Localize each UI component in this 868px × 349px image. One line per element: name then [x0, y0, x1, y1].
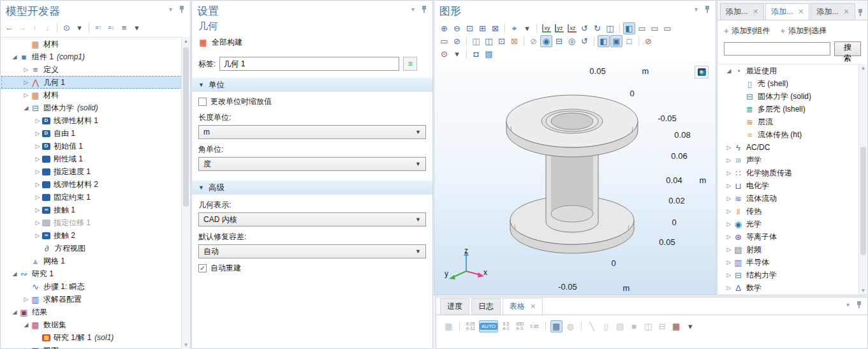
tree-item[interactable]: ▷ϟAC/DC [718, 141, 859, 154]
wireframe-button[interactable]: ▭ [438, 35, 450, 47]
tree-item[interactable]: ∿步骤 1: 瞬态 [1, 280, 182, 293]
model-builder-scrollbar[interactable]: ▲ ▼ [181, 37, 189, 349]
tree-item[interactable]: ▷▤射频 [718, 243, 859, 256]
forward-button[interactable]: → [16, 22, 28, 34]
tab-add-material[interactable]: 添加... ✕ [720, 3, 764, 20]
tree-item[interactable]: ◢∾研究 1 [1, 267, 182, 280]
tab-progress[interactable]: 进度 [440, 298, 469, 315]
repair-tolerance-select[interactable]: 自动 ▼ [198, 244, 426, 258]
tree-item[interactable]: ⊟固体力学 (solid) [718, 90, 859, 103]
tree-item[interactable]: ◢◔最近使用 [718, 64, 859, 77]
expand-arrow-icon[interactable]: ▷ [22, 79, 31, 85]
tree-item[interactable]: ◢⊟固体力学(solid) [1, 101, 182, 114]
snapshot-button[interactable]: ◫ [470, 35, 482, 47]
expand-arrow-icon[interactable]: ▷ [725, 272, 733, 278]
tree-item[interactable]: ▷固定约束 1 [1, 191, 182, 204]
expand-arrow-icon[interactable]: ▷ [725, 246, 733, 253]
expand-arrow-icon[interactable]: ▷ [33, 194, 42, 200]
expand-arrow-icon[interactable]: ▷ [33, 219, 42, 226]
label-input[interactable] [219, 57, 399, 71]
add-to-component-button[interactable]: + 添加到组件 [724, 26, 770, 36]
rotate-ccw-button[interactable]: ↺ [578, 22, 591, 34]
tree-item[interactable]: ▦材料 [1, 38, 182, 50]
plot-table-button[interactable]: ▦ [670, 320, 682, 332]
tree-item[interactable]: ▷◉光学 [718, 218, 859, 230]
view-xz-button[interactable]: xz [566, 22, 578, 34]
section-header-advanced[interactable]: ▼ 高级 [192, 180, 432, 195]
close-tab-icon[interactable]: ✕ [798, 8, 804, 16]
view-preset-3-button[interactable]: ▭ [661, 22, 673, 34]
rotate-cw-button[interactable]: ↻ [591, 22, 603, 34]
menu-caret-button[interactable]: ▾ [73, 22, 85, 34]
angle-unit-select[interactable]: 度 ▼ [198, 157, 426, 171]
tree-item[interactable]: ▯壳 (shell) [718, 77, 859, 90]
tree-item[interactable]: ◢▣结果 [1, 306, 182, 318]
expand-arrow-icon[interactable]: ▷ [725, 221, 733, 227]
physics-search-input[interactable] [724, 42, 830, 56]
tree-item[interactable]: ▷Δ数学 [718, 281, 859, 294]
tree-item[interactable]: ▷∫∫传热 [718, 205, 859, 218]
collapse-arrow-icon[interactable]: ◢ [10, 271, 19, 277]
expand-arrow-icon[interactable]: ▷ [22, 296, 31, 302]
close-tab-icon[interactable]: ✕ [753, 8, 758, 16]
tree-item[interactable]: ▷刚性域 1 [1, 152, 182, 165]
screenshot-button[interactable]: ◘ [470, 48, 482, 60]
collapse-all-button[interactable]: ≡↑ [92, 22, 105, 34]
tree-item[interactable]: ≈流体传热 (ht) [718, 128, 859, 141]
view-yz-button[interactable]: yz [553, 22, 565, 34]
build-all-button[interactable]: ▦ 全部构建 [192, 35, 432, 52]
expand-arrow-icon[interactable]: ▷ [725, 170, 733, 176]
tree-item[interactable]: ▷⊟结构力学 [718, 269, 859, 281]
tree-item[interactable]: ▷▥求解器配置 [1, 293, 182, 306]
section-header-units[interactable]: ▼ 单位 [192, 77, 432, 92]
outline-button[interactable]: ▣ [610, 35, 622, 47]
panel-menu-icon[interactable]: ▾ [169, 6, 172, 13]
tree-item[interactable]: ≣多层壳 (lshell) [718, 103, 859, 115]
tree-item[interactable]: ▷⊛等离子体 [718, 230, 859, 243]
tree-item[interactable]: ▷∷化学物质传递 [718, 167, 859, 179]
expand-arrow-icon[interactable]: ▷ [33, 168, 42, 175]
close-tab-icon[interactable]: ✕ [530, 302, 536, 311]
menu-caret-button[interactable]: ▾ [131, 22, 143, 34]
tree-item[interactable]: ▷∞接触 2 [1, 229, 182, 242]
tree-item[interactable]: ▷D自由 1 [1, 127, 182, 140]
view-xy-button[interactable]: xy [540, 22, 552, 34]
tree-item[interactable]: ▷)))声学 [718, 154, 859, 167]
tab-table[interactable]: 表格 ✕ [503, 298, 543, 315]
show-selected-button[interactable]: ◉ [540, 35, 552, 47]
pin-icon[interactable] [421, 6, 427, 13]
expand-arrow-icon[interactable]: ▷ [33, 232, 42, 239]
movie-button[interactable]: ◫ [604, 22, 616, 34]
tree-item[interactable]: ▷≡定义 [1, 63, 182, 76]
close-tab-icon[interactable]: ✕ [843, 8, 849, 16]
tree-item[interactable]: ∂方程视图 [1, 242, 182, 255]
collapse-arrow-icon[interactable]: ◢ [10, 54, 19, 60]
tree-item[interactable]: ▷⊔电化学 [718, 179, 859, 192]
snapshot-export-button[interactable]: ◫ [483, 35, 495, 47]
orientation-button[interactable]: ⌖ [508, 22, 520, 34]
tab-log[interactable]: 日志 [471, 298, 501, 315]
auto-rebuild-checkbox[interactable]: ✓ 自动重建 [192, 258, 432, 274]
back-button[interactable]: ← [3, 22, 15, 34]
scale-values-checkbox[interactable]: 更改单位时缩放值 [192, 92, 432, 107]
select-box-button[interactable]: ⊡ [496, 35, 508, 47]
rename-button[interactable]: ≡ [403, 57, 417, 71]
pin-icon[interactable] [857, 9, 864, 16]
table-view-button[interactable]: ▦ [550, 320, 563, 332]
zoom-selected-button[interactable]: ⊠ [489, 22, 501, 34]
reset-hiding-button[interactable]: ↺ [578, 35, 591, 47]
move-down-button[interactable]: ↓ [41, 22, 54, 34]
tree-item[interactable]: ▷指定位移 1 [1, 216, 182, 229]
physics-tree-scrollbar[interactable]: ▲ ▼ [858, 64, 867, 295]
collapse-arrow-icon[interactable]: ◢ [22, 322, 31, 328]
deselect-button[interactable]: ⊠ [508, 35, 520, 47]
collapse-arrow-icon[interactable]: ◢ [725, 68, 733, 74]
zoom-extents-button[interactable]: ⊞ [476, 22, 489, 34]
print-button[interactable]: ▤ [483, 48, 495, 60]
tree-item[interactable]: ▷▦材料 [1, 89, 182, 101]
length-unit-select[interactable]: m ▼ [198, 125, 426, 139]
hide-selected-button[interactable]: ⊘ [527, 35, 540, 47]
comsol-logo-button[interactable] [695, 66, 709, 78]
wireframe-box-button[interactable]: □ [623, 35, 635, 47]
expand-arrow-icon[interactable]: ▷ [22, 92, 31, 98]
